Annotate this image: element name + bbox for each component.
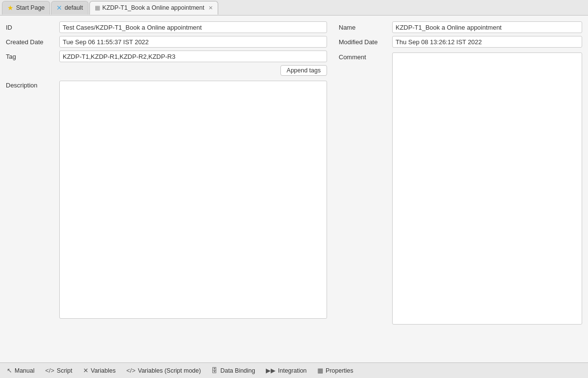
created-date-row: Created Date	[6, 36, 327, 48]
left-column: ID Created Date Tag Append tags Descript…	[0, 19, 333, 359]
properties-table-icon: ▦	[317, 367, 323, 374]
tab-kzdp-label: KZDP-T1_Book a Online appointment	[103, 4, 205, 11]
bottom-tab-manual-label: Manual	[15, 367, 35, 374]
bottom-tab-manual[interactable]: ↖ Manual	[2, 365, 39, 376]
comment-textarea[interactable]	[392, 52, 582, 325]
id-row: ID	[6, 21, 327, 33]
comment-label: Comment	[339, 52, 392, 357]
code-icon: </>	[45, 367, 54, 374]
bottom-tab-bar: ↖ Manual </> Script ✕ Variables </> Vari…	[0, 362, 588, 378]
bottom-tab-script[interactable]: </> Script	[40, 365, 77, 376]
tag-input[interactable]	[59, 51, 327, 62]
star-icon: ★	[7, 4, 14, 12]
modified-date-input[interactable]	[392, 36, 582, 48]
db-icon: 🗄	[211, 367, 218, 374]
main-content: ID Created Date Tag Append tags Descript…	[0, 16, 588, 362]
name-input[interactable]	[392, 21, 582, 33]
right-column: Name Modified Date Comment	[333, 19, 588, 359]
code-var-icon: </>	[126, 367, 136, 374]
append-tags-button[interactable]: Append tags	[280, 65, 327, 76]
integration-icon: ▶▶	[266, 367, 276, 374]
id-input[interactable]	[59, 21, 327, 33]
comment-row: Comment	[339, 52, 582, 357]
bottom-tab-integration[interactable]: ▶▶ Integration	[261, 365, 311, 376]
tag-row: Tag	[6, 51, 327, 62]
tab-start-page-label: Start Page	[16, 4, 45, 11]
bottom-tab-data-binding[interactable]: 🗄 Data Binding	[207, 365, 260, 376]
bottom-tab-properties-label: Properties	[326, 367, 353, 374]
form-area: ID Created Date Tag Append tags Descript…	[0, 16, 588, 362]
bottom-tab-properties[interactable]: ▦ Properties	[312, 365, 358, 376]
description-label: Description	[6, 81, 59, 357]
id-label: ID	[6, 24, 59, 31]
tab-start-page[interactable]: ★ Start Page	[2, 1, 50, 15]
x-circle-icon: ✕	[56, 4, 62, 12]
bottom-tab-variables-script[interactable]: </> Variables (Script mode)	[121, 365, 206, 376]
bottom-tab-variables-label: Variables	[91, 367, 116, 374]
bottom-tab-data-binding-label: Data Binding	[220, 367, 255, 374]
tab-default[interactable]: ✕ default	[51, 1, 88, 15]
bottom-tab-script-label: Script	[57, 367, 72, 374]
created-date-label: Created Date	[6, 38, 59, 46]
tab-default-label: default	[65, 4, 83, 11]
append-tags-btn-row: Append tags	[59, 65, 327, 76]
name-row: Name	[339, 21, 582, 33]
table-icon: ▦	[95, 4, 100, 11]
cursor-icon: ↖	[7, 367, 12, 374]
tag-label: Tag	[6, 53, 59, 60]
x-var-icon: ✕	[83, 367, 88, 374]
modified-date-row: Modified Date	[339, 36, 582, 48]
bottom-tab-variables[interactable]: ✕ Variables	[78, 365, 121, 376]
created-date-input[interactable]	[59, 36, 327, 48]
tab-kzdp-close[interactable]: ✕	[208, 5, 213, 11]
description-row: Description	[6, 81, 327, 357]
bottom-tab-variables-script-label: Variables (Script mode)	[138, 367, 201, 374]
modified-date-label: Modified Date	[339, 38, 392, 46]
tab-kzdp[interactable]: ▦ KZDP-T1_Book a Online appointment ✕	[89, 1, 219, 15]
bottom-tab-integration-label: Integration	[278, 367, 307, 374]
name-label: Name	[339, 24, 392, 31]
top-tab-bar: ★ Start Page ✕ default ▦ KZDP-T1_Book a …	[0, 0, 588, 16]
description-textarea[interactable]	[59, 81, 327, 319]
